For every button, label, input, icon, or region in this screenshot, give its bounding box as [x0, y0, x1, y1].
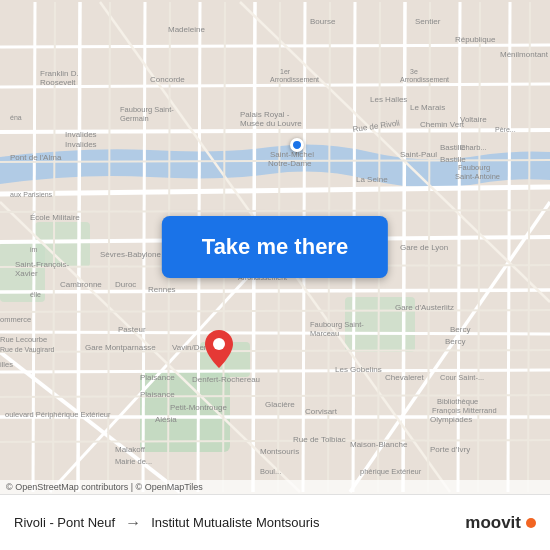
svg-text:Concorde: Concorde — [150, 75, 185, 84]
map-attribution: © OpenStreetMap contributors | © OpenMap… — [0, 480, 550, 494]
svg-line-10 — [0, 370, 550, 372]
svg-text:Gare de Lyon: Gare de Lyon — [400, 243, 448, 252]
route-arrow-icon: → — [125, 514, 141, 532]
svg-text:Musée du Louvre: Musée du Louvre — [240, 119, 302, 128]
svg-text:Madeleine: Madeleine — [168, 25, 205, 34]
svg-text:Saint-Paul: Saint-Paul — [400, 150, 437, 159]
take-me-there-button[interactable]: Take me there — [162, 216, 388, 278]
map-container: Franklin D. Roosevelt Madeleine Bourse S… — [0, 0, 550, 494]
svg-text:ommerce: ommerce — [0, 315, 31, 324]
svg-text:Porte d'Ivry: Porte d'Ivry — [430, 445, 470, 454]
svg-text:Boul...: Boul... — [260, 467, 281, 476]
svg-text:1er: 1er — [280, 68, 291, 75]
svg-text:Maison-Blanche: Maison-Blanche — [350, 440, 408, 449]
svg-text:Corvisart: Corvisart — [305, 407, 338, 416]
svg-text:illes: illes — [0, 360, 13, 369]
svg-text:Franklin D.: Franklin D. — [40, 69, 79, 78]
svg-text:École Militaire: École Militaire — [30, 213, 80, 222]
svg-text:Palais Royal -: Palais Royal - — [240, 110, 290, 119]
route-to-label: Institut Mutualiste Montsouris — [151, 515, 319, 530]
svg-text:élle: élle — [30, 291, 41, 298]
svg-text:Sentier: Sentier — [415, 17, 441, 26]
svg-text:Rennes: Rennes — [148, 285, 176, 294]
svg-text:Montsouris: Montsouris — [260, 447, 299, 456]
svg-text:Glacière: Glacière — [265, 400, 295, 409]
svg-text:Alésia: Alésia — [155, 415, 177, 424]
svg-text:Plaisance: Plaisance — [140, 373, 175, 382]
svg-line-14 — [0, 45, 550, 47]
svg-text:Chemin Vert: Chemin Vert — [420, 120, 465, 129]
svg-text:Rue de Vaugirard: Rue de Vaugirard — [0, 346, 54, 354]
moovit-logo: moovit — [465, 513, 536, 533]
svg-text:Ménilmontant: Ménilmontant — [500, 50, 549, 59]
svg-text:aux Parisiens: aux Parisiens — [10, 191, 53, 198]
svg-text:Cour Saint-...: Cour Saint-... — [440, 373, 484, 382]
svg-text:Bourse: Bourse — [310, 17, 336, 26]
svg-text:Voltaire: Voltaire — [460, 115, 487, 124]
svg-text:oulevard Périphérique Extérieu: oulevard Périphérique Extérieur — [5, 410, 111, 419]
svg-text:Invalides: Invalides — [65, 130, 97, 139]
svg-text:Faubourg Saint-: Faubourg Saint- — [310, 320, 364, 329]
svg-text:Saint-Michel: Saint-Michel — [270, 150, 314, 159]
svg-text:Denfert-Rochereau: Denfert-Rochereau — [192, 375, 260, 384]
svg-text:Pont de l'Alma: Pont de l'Alma — [10, 153, 62, 162]
svg-text:phérique Extérieur: phérique Extérieur — [360, 467, 422, 476]
svg-text:Mairie de...: Mairie de... — [115, 457, 152, 466]
svg-text:République: République — [455, 35, 496, 44]
svg-text:Saint-Antoine: Saint-Antoine — [455, 172, 500, 181]
svg-text:Les Gobelins: Les Gobelins — [335, 365, 382, 374]
app: Franklin D. Roosevelt Madeleine Bourse S… — [0, 0, 550, 550]
svg-text:Bercy: Bercy — [445, 337, 465, 346]
route-from-label: Rivoli - Pont Neuf — [14, 515, 115, 530]
bottom-bar: Rivoli - Pont Neuf → Institut Mutualiste… — [0, 494, 550, 550]
svg-text:éna: éna — [10, 114, 22, 121]
svg-text:Bercy: Bercy — [450, 325, 470, 334]
svg-text:Sèvres-Babylone: Sèvres-Babylone — [100, 250, 161, 259]
svg-text:Pasteur: Pasteur — [118, 325, 146, 334]
svg-text:Marceau: Marceau — [310, 329, 339, 338]
svg-text:Rue de Tolbiac: Rue de Tolbiac — [293, 435, 346, 444]
svg-text:Faubourg: Faubourg — [458, 163, 490, 172]
svg-text:Petit-Montrouge: Petit-Montrouge — [170, 403, 227, 412]
svg-line-8 — [0, 290, 550, 292]
svg-text:Gare Montparnasse: Gare Montparnasse — [85, 343, 156, 352]
svg-text:Notre-Dame: Notre-Dame — [268, 159, 312, 168]
svg-text:François Mitterrand: François Mitterrand — [432, 406, 497, 415]
svg-text:Plaisance: Plaisance — [140, 390, 175, 399]
moovit-dot-icon — [526, 518, 536, 528]
svg-text:Charb...: Charb... — [460, 143, 487, 152]
destination-pin — [205, 330, 233, 368]
svg-text:Olympiades: Olympiades — [430, 415, 472, 424]
svg-text:Le Marais: Le Marais — [410, 103, 445, 112]
svg-text:Saint-François-: Saint-François- — [15, 260, 70, 269]
svg-text:Cambronne: Cambronne — [60, 280, 102, 289]
svg-text:Gare d'Austerlitz: Gare d'Austerlitz — [395, 303, 454, 312]
svg-text:Arrondissement: Arrondissement — [270, 76, 319, 83]
svg-text:Bibliothèque: Bibliothèque — [437, 397, 478, 406]
svg-text:La Seine: La Seine — [356, 175, 388, 184]
moovit-brand-name: moovit — [465, 513, 521, 533]
svg-line-16 — [143, 2, 145, 492]
svg-text:Arrondissement: Arrondissement — [400, 76, 449, 83]
svg-text:Malakoff: Malakoff — [115, 445, 146, 454]
svg-text:Rue Lecourbe: Rue Lecourbe — [0, 335, 47, 344]
svg-point-132 — [213, 338, 225, 350]
svg-text:Invalides: Invalides — [65, 140, 97, 149]
origin-location-dot — [290, 138, 304, 152]
svg-line-23 — [508, 2, 510, 492]
svg-text:Chevaleret: Chevaleret — [385, 373, 424, 382]
svg-text:Duroc: Duroc — [115, 280, 136, 289]
svg-text:Les Halles: Les Halles — [370, 95, 407, 104]
svg-text:Germain: Germain — [120, 114, 149, 123]
svg-text:Faubourg Saint-: Faubourg Saint- — [120, 105, 174, 114]
svg-text:Xavier: Xavier — [15, 269, 38, 278]
svg-text:3e: 3e — [410, 68, 418, 75]
svg-text:im: im — [30, 246, 38, 253]
svg-text:Roosevelt: Roosevelt — [40, 78, 76, 87]
svg-text:Père...: Père... — [495, 126, 516, 133]
